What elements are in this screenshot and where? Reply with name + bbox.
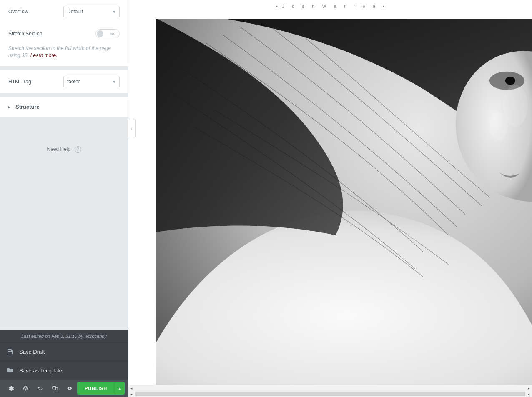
folder-icon — [7, 367, 13, 374]
setting-overflow: Overflow Default ▼ — [0, 0, 128, 23]
stretch-help-text: Stretch the section to the full width of… — [0, 44, 128, 66]
scroll-left-icon[interactable]: ◂ — [128, 385, 135, 391]
site-brand: • J o s h W a r r e n • — [128, 4, 532, 9]
setting-html-tag: HTML Tag footer ▼ — [0, 70, 128, 93]
scroll-left-icon[interactable]: ◂ — [128, 391, 135, 397]
last-edited-meta: Last edited on Feb 3, 21:10 by wordcandy — [0, 330, 128, 342]
navigator-icon[interactable] — [18, 380, 33, 397]
settings-icon[interactable] — [3, 380, 18, 397]
setting-stretch: Stretch Section NO — [0, 23, 128, 44]
svg-point-4 — [505, 77, 515, 85]
caret-up-icon: ▲ — [118, 386, 122, 390]
chevron-right-icon: ▸ — [8, 105, 10, 109]
svg-rect-1 — [56, 387, 58, 390]
vertical-scrollbar[interactable] — [529, 0, 532, 385]
scrollbar-thumb[interactable] — [135, 392, 525, 396]
preview-canvas: • J o s h W a r r e n • — [128, 0, 532, 397]
chevron-left-icon: ‹ — [131, 126, 133, 131]
preview-icon[interactable] — [63, 380, 77, 397]
hero-image — [156, 19, 532, 385]
save-template-button[interactable]: Save as Template — [0, 361, 128, 380]
toggle-state: NO — [110, 32, 116, 36]
history-icon[interactable] — [33, 380, 48, 397]
bottom-toolbar: PUBLISH ▲ — [0, 380, 128, 397]
stretch-toggle[interactable]: NO — [95, 29, 120, 38]
publish-options-button[interactable]: ▲ — [115, 382, 125, 395]
need-help[interactable]: Need Help ? — [0, 117, 128, 153]
responsive-icon[interactable] — [48, 380, 62, 397]
html-tag-label: HTML Tag — [8, 79, 31, 85]
overflow-label: Overflow — [8, 9, 28, 15]
help-icon: ? — [75, 146, 81, 153]
toggle-knob — [97, 30, 103, 37]
save-draft-button[interactable]: Save Draft — [0, 342, 128, 361]
horizontal-scroll-zone: ◂ ▸ ◂ ▸ — [128, 385, 532, 397]
structure-panel[interactable]: ▸ Structure — [0, 94, 128, 117]
svg-point-6 — [489, 112, 508, 141]
scroll-right-icon[interactable]: ▸ — [526, 385, 532, 391]
overflow-select[interactable]: Default ▼ — [63, 6, 120, 17]
structure-label: Structure — [15, 104, 40, 110]
svg-rect-0 — [53, 387, 56, 389]
stretch-label: Stretch Section — [8, 31, 42, 37]
publish-button[interactable]: PUBLISH — [77, 382, 115, 395]
learn-more-link[interactable]: Learn more. — [30, 52, 58, 58]
save-icon — [7, 348, 13, 355]
html-tag-select[interactable]: footer ▼ — [63, 76, 120, 87]
scroll-right-icon[interactable]: ▸ — [526, 391, 532, 397]
collapse-sidebar-handle[interactable]: ‹ — [128, 119, 136, 137]
brand-name: J o s h W a r r e n — [282, 4, 379, 9]
